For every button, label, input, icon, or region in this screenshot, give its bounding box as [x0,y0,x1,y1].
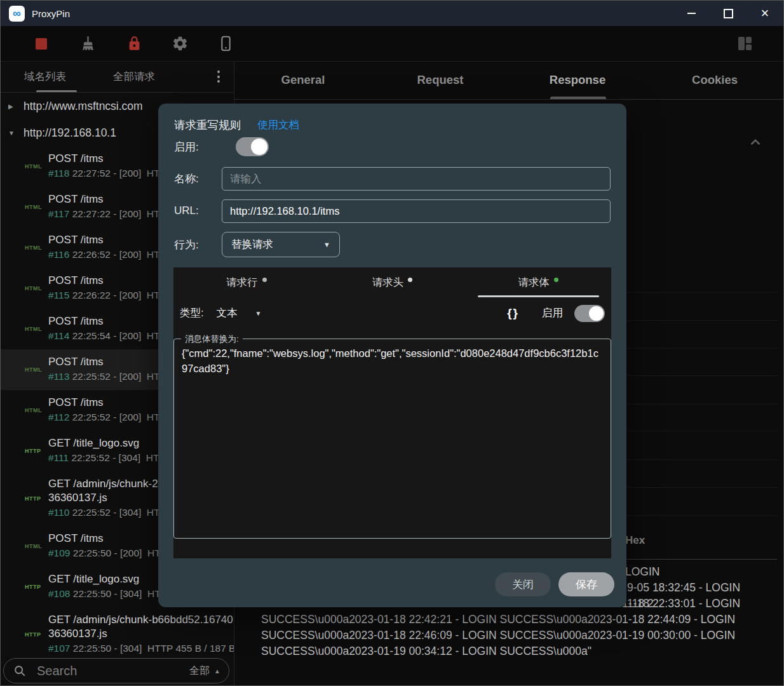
request-title: POST /itms [48,152,173,166]
app-window: ∞ ProxyPin × [0,0,784,686]
request-meta: #109 22:25:50 - [200] HTML [48,546,174,561]
body-field-label: 消息体替换为: [181,333,243,345]
request-list-item[interactable]: HTTPGET /admin/js/chunk-b66bdd52.16740 3… [1,607,234,662]
lock-icon [126,35,143,52]
protocol-badge: HTTP [25,495,48,502]
url-input[interactable] [222,199,611,223]
maximize-icon [724,9,733,18]
search-icon [13,664,27,678]
maximize-button[interactable] [710,1,747,26]
chevron-up-icon [214,668,220,675]
status-dot [262,278,267,282]
request-number: #116 [48,249,69,260]
close-button[interactable]: × [747,1,783,26]
enable-row: 启用: [174,137,611,157]
response-body-text: 9-05 18:32:45 - LOGIN [627,581,740,595]
tab-response[interactable]: Response [509,61,646,99]
layout-toggle-button[interactable] [734,33,755,55]
dialog-buttons: 关闭 保存 [495,572,614,596]
docs-link[interactable]: 使用文档 [257,118,299,132]
settings-button[interactable] [169,33,191,55]
stop-capture-button[interactable] [30,33,52,55]
request-title: GET /title_logo.svg [48,572,173,586]
domain-url: http://192.168.10.1 [24,126,116,140]
rewrite-tabs: 请求行 请求头 请求体 [173,267,611,297]
response-body-text: SUCCESS\u000a2023-01-19 00:34:12 - LOGIN… [261,645,591,658]
search-filter-dropdown[interactable]: 全部 [189,664,210,678]
request-title: POST /itms [48,274,173,288]
chevron-down-icon [255,310,262,317]
app-logo-icon: ∞ [9,6,25,22]
protocol-badge: HTML [25,285,48,292]
broom-icon [79,35,97,52]
behavior-select[interactable]: 替换请求 [222,232,340,257]
request-number: #114 [48,330,69,341]
dialog-header: 请求重写规则 使用文档 [174,118,299,133]
status-dot [408,278,412,282]
response-body-text: LOGIN [625,565,659,579]
name-input[interactable] [222,167,611,191]
protocol-badge: HTML [25,326,48,332]
format-json-button[interactable]: {} [507,306,519,320]
tab-cookies[interactable]: Cookies [646,61,783,99]
close-dialog-button[interactable]: 关闭 [495,572,551,596]
layout-panel-icon [738,37,752,50]
request-meta: #111 22:25:52 - [304] HTTP [48,450,172,466]
enable-label: 启用: [174,140,199,154]
protocol-badge: HTTP [25,584,48,590]
ssl-proxy-button[interactable] [123,33,145,55]
protocol-badge: HTTP [25,448,48,454]
collapse-section-button[interactable] [747,134,764,153]
protocol-badge: HTML [25,543,48,549]
request-number: #111 [48,452,69,463]
url-label: URL: [174,205,222,217]
request-meta: #117 22:27:22 - [200] HTML [48,206,173,222]
hex-tab-label[interactable]: Hex [625,534,645,547]
protocol-badge: HTML [25,367,48,373]
request-meta: #116 22:26:52 - [200] HTML [48,247,173,262]
type-row: 类型: 文本 {} 启用 [173,297,611,329]
request-title: GET /admin/js/chunk-b66bdd52.16740 36360… [48,613,234,641]
response-body-text: 1-18 22:33:01 - LOGIN [627,597,740,610]
search-input[interactable] [36,663,146,679]
body-replace-textarea[interactable]: {"cmd":22,"fname":"websys.log","method":… [174,339,611,382]
domain-url: http://www.msftncsi.com [24,100,143,113]
status-dot [554,278,558,282]
protocol-badge: HTML [25,163,48,170]
type-label: 类型: [180,306,204,320]
url-row: URL: [174,199,611,223]
tab-label: 请求头 [372,276,404,290]
name-row: 名称: [174,166,611,191]
response-body-text: SUCCESS\u000a2023-01-18 22:46:09 - LOGIN… [261,629,735,642]
detail-tabs: General Request Response Cookies [234,61,783,100]
request-meta: #108 22:25:50 - [304] HTTP [48,586,173,602]
minimize-button[interactable] [673,1,710,26]
tab-general[interactable]: General [234,61,372,99]
request-title: POST /itms [48,192,173,206]
request-number: #107 [48,643,70,654]
sidebar-more-menu-button[interactable] [217,71,220,83]
phone-icon [217,35,234,52]
tab-label: 请求体 [518,276,550,290]
tab-all-requests[interactable]: 全部请求 [90,70,179,84]
request-title: GET /title_logo.svg [48,436,172,450]
body-replace-field: 消息体替换为: {"cmd":22,"fname":"websys.log","… [173,339,611,539]
request-number: #110 [48,507,69,518]
body-enable-toggle[interactable] [574,305,605,322]
save-button[interactable]: 保存 [558,572,614,596]
rewrite-body-panel: 请求行 请求头 请求体 类型: 文本 {} 启用 [173,267,611,558]
tab-request-headers[interactable]: 请求头 [320,267,466,297]
minimize-icon [687,13,696,14]
tab-request-line[interactable]: 请求行 [173,267,320,297]
request-title: POST /itms [48,396,173,410]
active-tab-indicator [550,97,606,99]
tab-domain-list[interactable]: 域名列表 [1,70,90,84]
behavior-value: 替换请求 [231,238,273,252]
tab-label: 请求行 [226,276,258,290]
tab-request[interactable]: Request [372,61,509,99]
type-value[interactable]: 文本 [217,306,238,320]
tab-request-body[interactable]: 请求体 [465,267,611,297]
enable-toggle[interactable] [236,137,269,156]
mobile-connect-button[interactable] [215,33,236,55]
clear-button[interactable] [77,33,98,55]
